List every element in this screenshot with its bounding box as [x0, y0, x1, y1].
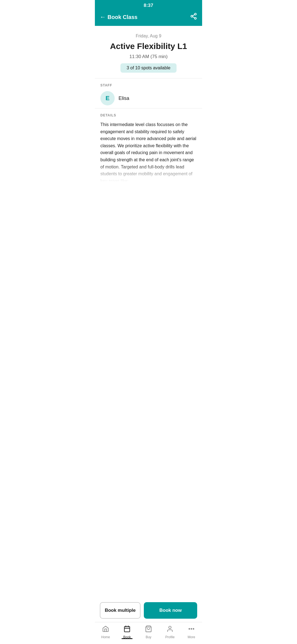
back-button[interactable]: ← Book Class — [100, 14, 138, 20]
staff-row: E Elisa — [100, 91, 197, 105]
class-info-section: Friday, Aug 9 Active Flexibility L1 11:3… — [95, 26, 202, 78]
svg-line-4 — [193, 15, 194, 16]
nav-bar: ← Book Class — [95, 10, 202, 26]
details-text: This intermediate level class focusses o… — [100, 121, 197, 182]
class-date: Friday, Aug 9 — [100, 34, 197, 39]
staff-avatar-initial: E — [106, 95, 110, 102]
class-time: 11:30 AM (75 min) — [100, 54, 197, 59]
spots-badge: 3 of 10 spots available — [120, 63, 176, 73]
status-bar: 8:37 — [95, 0, 202, 10]
details-section: DETAILS This intermediate level class fo… — [95, 108, 202, 182]
staff-section: STAFF E Elisa — [95, 78, 202, 108]
status-time: 8:37 — [144, 3, 153, 8]
staff-label: STAFF — [100, 83, 197, 87]
back-arrow-icon: ← — [100, 14, 106, 20]
staff-avatar: E — [100, 91, 115, 105]
share-button[interactable] — [190, 13, 197, 21]
svg-line-3 — [193, 17, 194, 18]
class-name: Active Flexibility L1 — [100, 41, 197, 51]
staff-name: Elisa — [119, 95, 129, 101]
details-label: DETAILS — [100, 113, 197, 117]
nav-title: Book Class — [108, 14, 138, 20]
